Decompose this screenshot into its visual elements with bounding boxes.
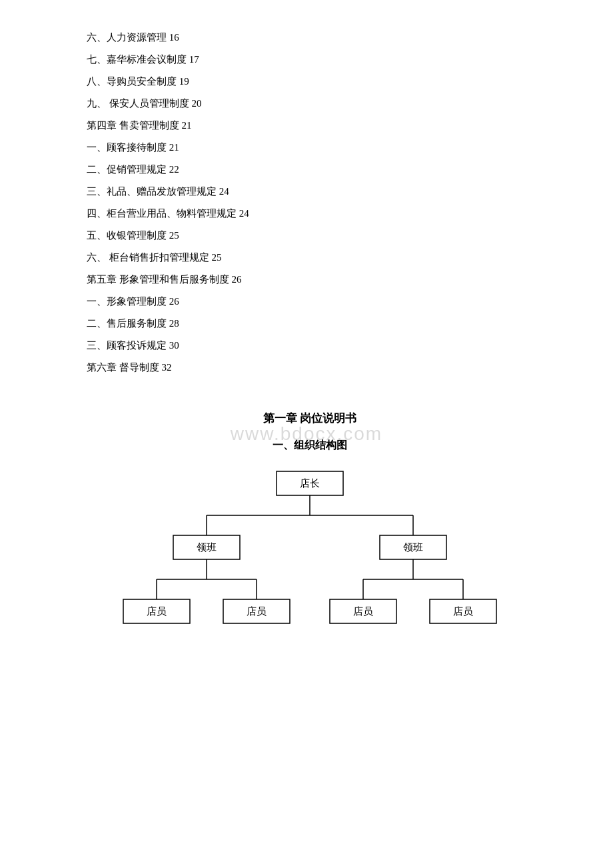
org-mid-right-label: 领班 [403,542,423,553]
org-top-label: 店长 [300,478,320,489]
toc-item-9: 九、 保安人员管理制度 20 [87,93,533,115]
toc-item-5-2: 二、售后服务制度 28 [87,313,533,335]
toc-item-4-5: 五、收银管理制度 25 [87,225,533,247]
toc-section: 六、人力资源管理 16 七、嘉华标准会议制度 17 八、导购员安全制度 19 九… [87,27,533,379]
org-chart-svg: 店长 领班 领班 [103,465,516,671]
page: www.bdocx.com 六、人力资源管理 16 七、嘉华标准会议制度 17 … [0,0,613,868]
org-bottom-3-label: 店员 [353,606,373,617]
org-chart: 店长 领班 领班 [87,465,533,671]
toc-item-4-3: 三、礼品、赠品发放管理规定 24 [87,181,533,203]
section-title: 一、组织结构图 [87,433,533,458]
toc-item-7: 七、嘉华标准会议制度 17 [87,49,533,71]
toc-item-4-6: 六、 柜台销售折扣管理规定 25 [87,247,533,269]
toc-item-5-1: 一、形象管理制度 26 [87,291,533,313]
org-mid-left-label: 领班 [197,542,217,553]
toc-chapter-4: 第四章 售卖管理制度 21 [87,115,533,137]
toc-chapter-6: 第六章 督导制度 32 [87,357,533,379]
toc-item-4-1: 一、顾客接待制度 21 [87,137,533,159]
toc-item-5-3: 三、顾客投诉规定 30 [87,335,533,357]
toc-chapter-5: 第五章 形象管理和售后服务制度 26 [87,269,533,291]
toc-item-4-4: 四、柜台营业用品、物料管理规定 24 [87,203,533,225]
org-bottom-4-label: 店员 [453,606,473,617]
toc-item-8: 八、导购员安全制度 19 [87,71,533,93]
chapter-title: 第一章 岗位说明书 [87,405,533,433]
org-bottom-2-label: 店员 [247,606,267,617]
org-bottom-1-label: 店员 [147,606,167,617]
toc-item-4-2: 二、促销管理规定 22 [87,159,533,181]
chapter-divider: 第一章 岗位说明书 一、组织结构图 [87,405,533,458]
toc-item-6: 六、人力资源管理 16 [87,27,533,49]
